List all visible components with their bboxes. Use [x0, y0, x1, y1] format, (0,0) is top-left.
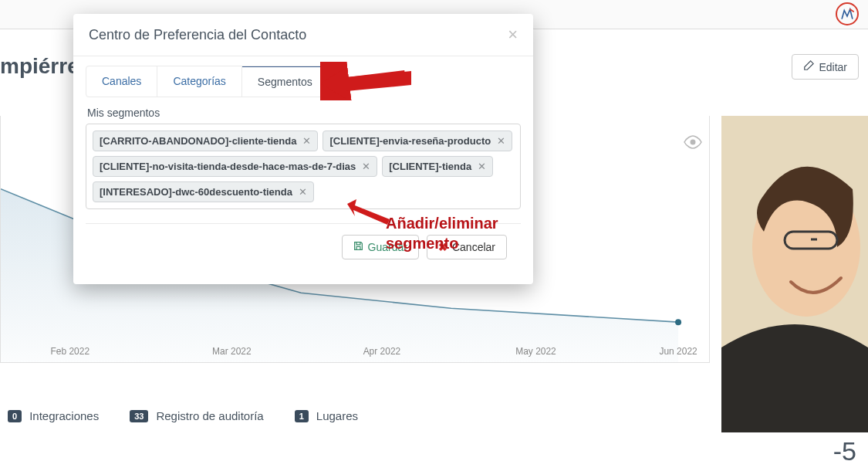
contact-photo [721, 116, 868, 432]
segment-chip-label: [CLIENTE]-no-visita-tienda-desde-hace-ma… [100, 161, 356, 172]
segment-chip[interactable]: [CLIENTE]-envia-reseña-producto ✕ [323, 131, 512, 151]
stat-badge: 33 [130, 410, 148, 422]
segments-input[interactable]: [CARRITO-ABANDONADO]-cliente-tienda ✕ [C… [86, 124, 521, 209]
remove-chip-icon[interactable]: ✕ [478, 161, 486, 172]
segment-chip-label: [INTERESADO]-dwc-60descuento-tienda [100, 186, 292, 198]
segment-chip[interactable]: [INTERESADO]-dwc-60descuento-tienda ✕ [93, 181, 314, 202]
segment-chip[interactable]: [CLIENTE]-tienda ✕ [382, 156, 493, 177]
stat-label: Lugares [316, 409, 358, 422]
save-icon [353, 241, 363, 253]
stat-badge: 1 [295, 410, 309, 422]
contact-score: -5 [833, 436, 856, 461]
stat-label: Integraciones [29, 409, 99, 422]
xaxis-tick: Mar 2022 [212, 346, 252, 357]
stat-audit-log[interactable]: 33 Registro de auditoría [130, 409, 264, 422]
xaxis-tick: Apr 2022 [363, 346, 401, 357]
modal-title: Centro de Preferencia del Contacto [89, 27, 306, 43]
save-button[interactable]: Guardar [342, 235, 419, 259]
xaxis-tick: Feb 2022 [51, 346, 90, 357]
edit-button[interactable]: Editar [792, 54, 859, 80]
stats-row: 0 Integraciones 33 Registro de auditoría… [8, 409, 358, 422]
tab-channels[interactable]: Canales [86, 66, 157, 97]
cancel-button[interactable]: ✖ Cancelar [427, 235, 507, 259]
close-icon[interactable]: × [508, 26, 518, 43]
segments-section-label: Mis segmentos [87, 107, 519, 119]
xaxis-tick: May 2022 [515, 346, 556, 357]
remove-chip-icon[interactable]: ✕ [302, 135, 311, 147]
modal-footer: Guardar ✖ Cancelar [86, 223, 521, 270]
remove-chip-icon[interactable]: ✕ [362, 161, 370, 172]
segment-chip[interactable]: [CLIENTE]-no-visita-tienda-desde-hace-ma… [93, 156, 377, 177]
remove-chip-icon[interactable]: ✕ [497, 135, 505, 147]
save-button-label: Guardar [368, 241, 407, 253]
tab-categories[interactable]: Categorías [157, 66, 241, 97]
pencil-icon [803, 60, 814, 73]
preference-center-modal: Centro de Preferencia del Contacto × Can… [73, 14, 533, 284]
edit-button-label: Editar [819, 61, 847, 73]
remove-chip-icon[interactable]: ✕ [299, 186, 307, 198]
segment-chip[interactable]: [CARRITO-ABANDONADO]-cliente-tienda ✕ [93, 131, 318, 151]
stat-places[interactable]: 1 Lugares [295, 409, 358, 422]
svg-point-1 [691, 140, 696, 145]
xaxis-tick: Jun 2022 [659, 346, 697, 357]
stat-badge: 0 [8, 410, 22, 422]
stat-label: Registro de auditoría [156, 409, 263, 422]
tab-segments[interactable]: Segmentos [242, 66, 328, 97]
stat-integrations[interactable]: 0 Integraciones [8, 409, 99, 422]
modal-header: Centro de Preferencia del Contacto × [73, 14, 533, 56]
svg-point-0 [675, 319, 681, 325]
visibility-eye-icon[interactable] [684, 135, 702, 152]
cancel-button-label: Cancelar [452, 241, 495, 253]
modal-tabs: Canales Categorías Segmentos [86, 66, 329, 97]
cancel-x-icon: ✖ [438, 241, 448, 253]
segment-chip-label: [CLIENTE]-tienda [389, 161, 471, 172]
segment-chip-label: [CLIENTE]-envia-reseña-producto [329, 135, 491, 147]
app-logo-icon [836, 2, 859, 25]
segment-chip-label: [CARRITO-ABANDONADO]-cliente-tienda [100, 135, 296, 147]
